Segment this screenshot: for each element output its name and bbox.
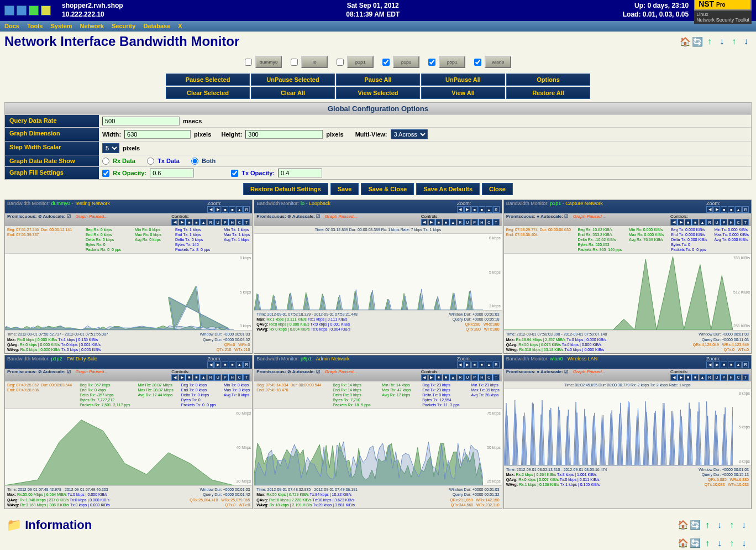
pause-all-button[interactable]: Pause All xyxy=(336,74,420,86)
zoom-icon[interactable]: ■ xyxy=(728,206,734,213)
tx-radio[interactable] xyxy=(147,158,154,165)
save-button[interactable]: Save xyxy=(330,183,359,195)
iface-thumb-p1p2[interactable]: p1p2 xyxy=(393,56,419,68)
graph-ctrl-icon[interactable]: ▲ xyxy=(450,374,456,381)
zoom-icon[interactable]: ■ xyxy=(471,362,478,368)
zoom-icon[interactable]: ◀ xyxy=(207,206,214,213)
zoom-icon[interactable]: ▶ xyxy=(713,362,720,368)
graph-ctrl-icon[interactable]: U xyxy=(464,374,471,381)
clear-selected-button[interactable]: Clear Selected xyxy=(166,87,250,99)
iface-check-lo[interactable] xyxy=(291,59,298,66)
graph-ctrl-icon[interactable]: ▶ xyxy=(179,219,185,226)
view-selected-button[interactable]: View Selected xyxy=(336,87,420,99)
tx-opacity-check[interactable] xyxy=(231,170,238,177)
graph-ctrl-icon[interactable]: U xyxy=(713,374,720,381)
zoom-icon[interactable]: ◀ xyxy=(207,362,214,368)
graph-ctrl-icon[interactable]: P xyxy=(222,374,228,381)
menu-x[interactable]: X xyxy=(178,23,182,29)
graph-ctrl-icon[interactable]: ▲ xyxy=(450,219,456,226)
menu-tools[interactable]: Tools xyxy=(27,23,43,29)
graph-ctrl-icon[interactable]: ■ xyxy=(692,219,699,226)
graph-ctrl-icon[interactable]: P xyxy=(721,219,727,226)
graph-ctrl-icon[interactable]: T xyxy=(493,374,500,381)
iface-thumb-dummy0[interactable]: dummy0 xyxy=(255,56,282,68)
rx-radio[interactable] xyxy=(102,158,109,165)
iface-check-p5p1[interactable] xyxy=(428,59,435,66)
home-icon[interactable]: 🏠 xyxy=(678,538,689,549)
graph-ctrl-icon[interactable]: ◀ xyxy=(421,219,428,226)
graph-ctrl-icon[interactable]: H xyxy=(479,219,485,226)
zoom-icon[interactable]: ▲ xyxy=(486,206,492,213)
graph-canvas[interactable]: 8 kbps5 kbps3 kbps xyxy=(254,233,501,311)
graph-ctrl-icon[interactable]: H xyxy=(229,219,235,226)
graph-canvas[interactable]: 8 kbps5 kbps3 kbps xyxy=(5,253,252,331)
iface-check-p1p1[interactable] xyxy=(337,59,344,66)
menu-docs[interactable]: Docs xyxy=(4,23,19,29)
graph-ctrl-icon[interactable]: C xyxy=(236,219,243,226)
menu-network[interactable]: Network xyxy=(80,23,104,29)
zoom-icon[interactable]: ■ xyxy=(229,206,235,213)
graph-ctrl-icon[interactable]: T xyxy=(493,219,500,226)
graph-ctrl-icon[interactable]: T xyxy=(243,374,250,381)
graph-ctrl-icon[interactable]: ▶ xyxy=(678,374,684,381)
multiview-select[interactable]: 3 Across xyxy=(391,129,428,139)
iface-thumb-p5p1[interactable]: p5p1 xyxy=(439,56,465,68)
topbar-icon[interactable] xyxy=(4,6,14,15)
refresh-icon[interactable]: 🔄 xyxy=(690,538,701,549)
topbar-icon[interactable] xyxy=(29,6,39,15)
graph-ctrl-icon[interactable]: ◀ xyxy=(171,219,178,226)
unpause-all-button[interactable]: UnPause All xyxy=(421,74,505,86)
graph-ctrl-icon[interactable]: ▶ xyxy=(428,374,435,381)
graph-ctrl-icon[interactable]: ▶ xyxy=(678,219,684,226)
graph-ctrl-icon[interactable]: C xyxy=(236,374,243,381)
rx-opacity-input[interactable] xyxy=(150,169,194,177)
rx-opacity-check[interactable] xyxy=(102,170,109,177)
graph-ctrl-icon[interactable]: U xyxy=(713,219,720,226)
menu-system[interactable]: System xyxy=(50,23,72,29)
down-arrow-icon[interactable]: ↓ xyxy=(714,538,725,549)
graph-ctrl-icon[interactable]: R xyxy=(706,219,713,226)
zoom-icon[interactable]: ■ xyxy=(222,206,228,213)
graph-ctrl-icon[interactable]: ■ xyxy=(443,374,449,381)
graph-ctrl-icon[interactable]: ■ xyxy=(193,374,200,381)
save-as-defaults-button[interactable]: Save As Defaults xyxy=(416,183,480,195)
height-input[interactable] xyxy=(245,130,323,139)
graph-ctrl-icon[interactable]: ▲ xyxy=(200,374,207,381)
graph-ctrl-icon[interactable]: U xyxy=(464,219,471,226)
graph-ctrl-icon[interactable]: C xyxy=(486,219,492,226)
iface-thumb-wlan0[interactable]: wlan0 xyxy=(485,56,511,68)
zoom-icon[interactable]: ◀ xyxy=(457,362,464,368)
graph-canvas[interactable]: 60 Mbps40 Mbps20 Mbps xyxy=(5,408,252,486)
clear-all-button[interactable]: Clear All xyxy=(251,87,335,99)
width-input[interactable] xyxy=(124,130,191,139)
graph-ctrl-icon[interactable]: R xyxy=(457,374,464,381)
graph-ctrl-icon[interactable]: ▶ xyxy=(179,374,185,381)
topbar-icon[interactable] xyxy=(17,6,27,15)
up-arrow-icon[interactable]: ↑ xyxy=(702,538,713,549)
iface-thumb-p1p1[interactable]: p1p1 xyxy=(347,56,374,68)
zoom-icon[interactable]: ■ xyxy=(471,206,478,213)
unpause-selected-button[interactable]: UnPause Selected xyxy=(251,74,335,86)
graph-ctrl-icon[interactable]: ▲ xyxy=(699,374,706,381)
zoom-icon[interactable]: ■ xyxy=(479,362,485,368)
options-button[interactable]: Options xyxy=(506,74,590,86)
graph-ctrl-icon[interactable]: P xyxy=(471,374,478,381)
graph-ctrl-icon[interactable]: T xyxy=(742,219,749,226)
graph-ctrl-icon[interactable]: ◀ xyxy=(670,219,677,226)
graph-ctrl-icon[interactable]: ▲ xyxy=(200,219,207,226)
tx-opacity-input[interactable] xyxy=(278,169,322,177)
zoom-icon[interactable]: R xyxy=(493,362,500,368)
graph-ctrl-icon[interactable]: ■ xyxy=(435,219,442,226)
zoom-icon[interactable]: ▲ xyxy=(735,362,742,368)
down-arrow-icon[interactable]: ↓ xyxy=(738,520,749,531)
graph-ctrl-icon[interactable]: ▲ xyxy=(699,219,706,226)
stepwidth-select[interactable]: 5 xyxy=(102,143,119,153)
zoom-icon[interactable]: R xyxy=(742,206,749,213)
iface-check-dummy0[interactable] xyxy=(245,59,252,66)
graph-canvas[interactable]: 768 KiB/s512 KiB/s256 KiB/s xyxy=(504,253,751,331)
down-arrow-icon[interactable]: ↓ xyxy=(716,36,727,47)
up-arrow-icon[interactable]: ↑ xyxy=(704,36,715,47)
zoom-icon[interactable]: R xyxy=(493,206,500,213)
zoom-icon[interactable]: ■ xyxy=(222,362,228,368)
restore-default-settings-button[interactable]: Restore Default Settings xyxy=(243,183,328,195)
